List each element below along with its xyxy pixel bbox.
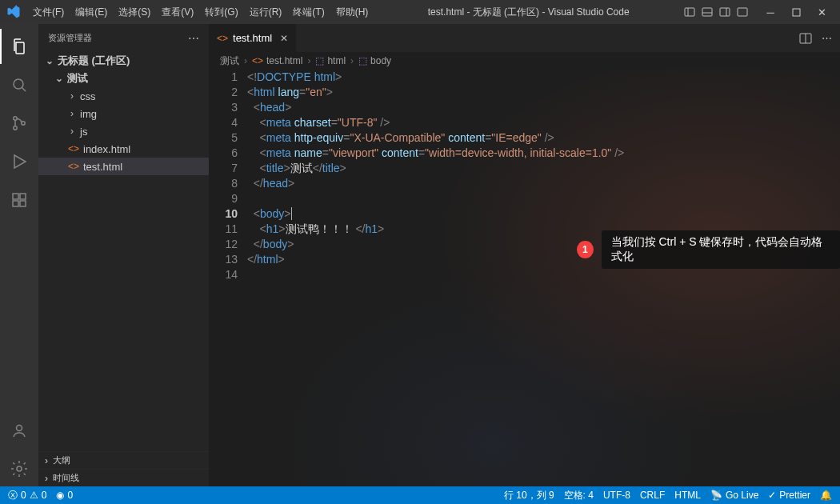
file-tree: ⌄ 无标题 (工作区) ⌄ 测试 ›css›img›js<>index.html… [38, 52, 209, 451]
close-button[interactable]: ✕ [810, 0, 834, 24]
window-title: test.html - 无标题 (工作区) - Visual Studio Co… [375, 6, 682, 19]
chevron-right-icon: › [67, 108, 77, 119]
source-control-icon[interactable] [0, 106, 38, 141]
menu-item[interactable]: 查看(V) [156, 2, 199, 22]
layout-sidebar-right-icon[interactable] [718, 6, 731, 18]
menu-item[interactable]: 文件(F) [27, 2, 70, 22]
html-file-icon: <> [67, 143, 80, 154]
tree-label: img [80, 108, 97, 120]
svg-line-9 [22, 88, 26, 92]
svg-rect-7 [793, 9, 800, 16]
tree-file[interactable]: <>index.html [38, 140, 209, 158]
status-spaces[interactable]: 空格: 4 [564, 489, 594, 502]
chevron-down-icon: ⌄ [45, 55, 54, 66]
outline-label: 大纲 [53, 454, 70, 466]
check-icon: ✓ [768, 490, 776, 501]
chevron-right-icon: › [67, 126, 77, 137]
broadcast-icon: 📡 [710, 490, 722, 501]
sidebar-more-icon[interactable]: ⋯ [188, 32, 199, 45]
status-ports[interactable]: ◉0 [56, 490, 73, 501]
tree-label: css [80, 90, 96, 102]
menu-item[interactable]: 转到(G) [199, 2, 243, 22]
menu-item[interactable]: 选择(S) [113, 2, 156, 22]
layout-sidebar-left-icon[interactable] [683, 6, 696, 18]
chevron-down-icon: ⌄ [54, 73, 64, 84]
svg-point-18 [17, 466, 22, 471]
search-icon[interactable] [0, 67, 38, 102]
svg-rect-13 [13, 194, 18, 199]
svg-rect-0 [685, 8, 694, 16]
code-editor[interactable]: 1234567891011121314 <!DOCTYPE html><html… [209, 70, 840, 486]
tree-folder[interactable]: ›css [38, 87, 209, 105]
timeline-section[interactable]: › 时间线 [38, 469, 209, 486]
tab-bar: <> test.html ✕ ⋯ [209, 24, 840, 52]
line-gutter: 1234567891011121314 [209, 70, 247, 486]
breadcrumb-item[interactable]: 测试 [220, 54, 239, 68]
workspace-root[interactable]: ⌄ 无标题 (工作区) [38, 52, 209, 70]
chevron-right-icon: › [45, 473, 48, 484]
svg-rect-16 [20, 194, 26, 199]
explorer-icon[interactable] [0, 29, 38, 64]
html-file-icon: <> [252, 55, 263, 66]
tree-label: test.html [83, 161, 122, 173]
error-icon: ⓧ [8, 489, 18, 502]
sidebar-header: 资源管理器 ⋯ [38, 24, 209, 52]
folder-row[interactable]: ⌄ 测试 [38, 70, 209, 87]
editor-tab[interactable]: <> test.html ✕ [209, 24, 297, 52]
status-prettier[interactable]: ✓Prettier [768, 490, 810, 501]
code-area[interactable]: <!DOCTYPE html><html lang="en"> <head> <… [247, 70, 840, 486]
outline-section[interactable]: › 大纲 [38, 451, 209, 469]
chevron-right-icon: › [67, 90, 77, 102]
tree-folder[interactable]: ›img [38, 105, 209, 122]
status-golive[interactable]: 📡Go Live [710, 490, 758, 501]
maximize-button[interactable] [784, 0, 808, 24]
menu-item[interactable]: 编辑(E) [70, 2, 113, 22]
radio-icon: ◉ [56, 490, 64, 501]
symbol-icon: ⬚ [358, 55, 367, 66]
status-bell-icon[interactable]: 🔔 [820, 490, 832, 501]
tree-folder[interactable]: ›js [38, 122, 209, 140]
menu-bar: 文件(F)编辑(E)选择(S)查看(V)转到(G)运行(R)终端(T)帮助(H) [27, 2, 374, 22]
timeline-label: 时间线 [53, 472, 79, 484]
tree-file[interactable]: <>test.html [38, 158, 209, 175]
status-encoding[interactable]: UTF-8 [603, 490, 630, 501]
run-debug-icon[interactable] [0, 144, 38, 179]
breadcrumb-item[interactable]: <>test.html [252, 55, 302, 66]
menu-item[interactable]: 运行(R) [244, 2, 288, 22]
status-cursor-pos[interactable]: 行 10，列 9 [504, 489, 554, 502]
tab-actions: ⋯ [791, 24, 840, 52]
vscode-icon [6, 5, 26, 19]
layout-full-icon[interactable] [736, 6, 749, 18]
close-tab-icon[interactable]: ✕ [280, 33, 288, 44]
tab-label: test.html [233, 32, 272, 44]
svg-rect-2 [702, 8, 712, 16]
sidebar: 资源管理器 ⋯ ⌄ 无标题 (工作区) ⌄ 测试 ›css›img›js<>in… [38, 24, 209, 486]
breadcrumb-item[interactable]: ⬚html [315, 55, 346, 66]
folder-label: 测试 [67, 71, 88, 86]
html-file-icon: <> [67, 161, 80, 172]
breadcrumb[interactable]: 测试›<>test.html›⬚html›⬚body [209, 52, 840, 70]
svg-rect-15 [20, 201, 26, 206]
sidebar-title: 资源管理器 [48, 32, 92, 44]
editor-group: <> test.html ✕ ⋯ 测试›<>test.html›⬚html›⬚b… [209, 24, 840, 486]
status-problems[interactable]: ⓧ0 ⚠0 [8, 489, 46, 502]
menu-item[interactable]: 帮助(H) [330, 2, 374, 22]
layout-controls [683, 6, 749, 18]
title-bar: 文件(F)编辑(E)选择(S)查看(V)转到(G)运行(R)终端(T)帮助(H)… [0, 0, 840, 24]
menu-item[interactable]: 终端(T) [287, 2, 330, 22]
split-editor-icon[interactable] [799, 32, 812, 45]
symbol-icon: ⬚ [315, 55, 324, 66]
extensions-icon[interactable] [0, 182, 38, 218]
status-language[interactable]: HTML [674, 490, 701, 501]
tree-label: index.html [83, 143, 130, 155]
status-eol[interactable]: CRLF [640, 490, 665, 501]
layout-panel-icon[interactable] [701, 6, 714, 18]
accounts-icon[interactable] [0, 413, 38, 448]
activity-bar [0, 24, 38, 486]
tree-label: js [80, 126, 87, 138]
minimize-button[interactable]: ─ [758, 0, 782, 24]
more-actions-icon[interactable]: ⋯ [822, 32, 832, 44]
settings-gear-icon[interactable] [0, 451, 38, 486]
svg-point-17 [17, 426, 22, 431]
breadcrumb-item[interactable]: ⬚body [358, 55, 391, 66]
